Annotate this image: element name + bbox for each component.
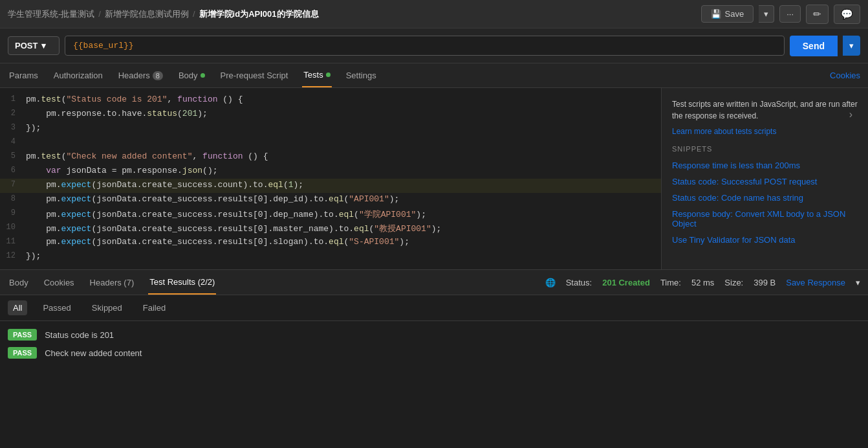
test-name-1: Status code is 201 [45, 330, 114, 340]
filter-tabs-bar: All Passed Skipped Failed [0, 295, 868, 321]
body-dot-icon [201, 73, 205, 78]
code-line-4: 4 [0, 136, 661, 150]
breadcrumb-part1: 学生管理系统-批量测试 [8, 8, 94, 20]
right-panel-collapse-icon[interactable]: › [849, 109, 852, 120]
tab-params[interactable]: Params [8, 63, 39, 87]
method-chevron-icon: ▾ [41, 41, 46, 50]
save-disk-icon: 💾 [711, 9, 721, 19]
right-panel-description: Test scripts are written in JavaScript, … [672, 98, 858, 122]
edit-icon-button[interactable]: ✏ [806, 5, 829, 24]
pass-badge-2: PASS [8, 347, 37, 359]
code-line-8: 8 pm.expect(jsonData.create_success.resu… [0, 193, 661, 207]
editor-panel-wrapper: 1 pm.test("Status code is 201", function… [0, 88, 868, 269]
code-line-2: 2 pm.response.to.have.status(201); [0, 107, 661, 122]
edit-icon: ✏ [813, 8, 821, 19]
bottom-tab-headers[interactable]: Headers (7) [89, 270, 136, 295]
code-line-10: 10 pm.expect(jsonData.create_success.res… [0, 221, 661, 236]
snippet-item-2[interactable]: Status code: Successful POST request [672, 177, 858, 186]
time-value: 52 ms [691, 278, 714, 287]
right-panel-learn-link[interactable]: Learn more about tests scripts [672, 126, 858, 137]
bottom-tabs-bar: Body Cookies Headers (7) Test Results (2… [0, 269, 868, 295]
time-label: Time: [660, 278, 681, 287]
bottom-right-info: 🌐 Status: 201 Created Time: 52 ms Size: … [545, 278, 860, 287]
breadcrumb-sep1: / [98, 9, 101, 19]
method-label: POST [15, 41, 38, 50]
size-value: 399 B [754, 278, 776, 287]
bottom-tab-test-results[interactable]: Test Results (2/2) [148, 270, 216, 295]
save-button[interactable]: 💾 Save [701, 5, 754, 23]
comment-icon: 💬 [841, 8, 853, 19]
bottom-tabs-left: Body Cookies Headers (7) Test Results (2… [8, 270, 216, 295]
save-dropdown-button[interactable]: ▾ [759, 5, 774, 23]
request-tabs-bar: Params Authorization Headers 8 Body Pre-… [0, 63, 868, 88]
save-response-dropdown-icon[interactable]: ▾ [856, 278, 860, 287]
tab-authorization[interactable]: Authorization [52, 63, 104, 87]
snippets-title: SNIPPETS [672, 145, 858, 153]
pass-badge-1: PASS [8, 329, 37, 341]
size-label: Size: [724, 278, 743, 287]
bottom-tab-body[interactable]: Body [8, 270, 30, 295]
right-panel: Test scripts are written in JavaScript, … [661, 88, 868, 269]
code-line-11: 11 pm.expect(jsonData.create_success.res… [0, 236, 661, 250]
code-line-9: 9 pm.expect(jsonData.create_success.resu… [0, 207, 661, 221]
cookies-link[interactable]: Cookies [830, 71, 860, 80]
tab-tests[interactable]: Tests [302, 63, 331, 87]
code-line-1: 1 pm.test("Status code is 201", function… [0, 93, 661, 107]
url-input[interactable] [65, 36, 785, 56]
test-results-list: PASS Status code is 201 PASS Check new a… [0, 321, 868, 366]
breadcrumb-sep2: / [193, 9, 195, 19]
status-value: 201 Created [602, 278, 650, 287]
tab-headers[interactable]: Headers 8 [117, 63, 164, 87]
snippet-item-3[interactable]: Status code: Code name has string [672, 193, 858, 203]
url-bar: POST ▾ Send ▾ [0, 28, 868, 63]
breadcrumb-part2: 新增学院信息测试用例 [105, 8, 189, 20]
code-line-5: 5 pm.test("Check new added content", fun… [0, 150, 661, 164]
breadcrumb-current: 新增学院id为API001的学院信息 [199, 8, 319, 20]
bottom-tab-cookies[interactable]: Cookies [43, 270, 76, 295]
filter-tab-failed[interactable]: Failed [138, 300, 171, 315]
filter-tab-skipped[interactable]: Skipped [87, 300, 127, 315]
test-name-2: Check new added content [45, 348, 142, 358]
headers-badge: 8 [153, 71, 163, 80]
code-editor[interactable]: 1 pm.test("Status code is 201", function… [0, 88, 661, 269]
tab-pre-request-script[interactable]: Pre-request Script [219, 63, 290, 87]
send-button[interactable]: Send [790, 36, 838, 56]
code-line-12: 12 }); [0, 250, 661, 264]
globe-icon: 🌐 [545, 278, 556, 287]
tab-settings[interactable]: Settings [345, 63, 378, 87]
top-actions: 💾 Save ▾ ··· ✏ 💬 [701, 5, 860, 24]
snippet-item-5[interactable]: Use Tiny Validator for JSON data [672, 235, 858, 245]
code-line-3: 3 }); [0, 122, 661, 136]
tests-dot-icon [326, 73, 331, 77]
more-button[interactable]: ··· [779, 5, 801, 23]
test-result-item-2: PASS Check new added content [8, 347, 860, 359]
right-panel-header: Test scripts are written in JavaScript, … [672, 98, 858, 122]
test-result-item-1: PASS Status code is 201 [8, 329, 860, 341]
status-label: Status: [566, 278, 592, 287]
send-dropdown-button[interactable]: ▾ [843, 36, 860, 56]
code-line-7: 7 pm.expect(jsonData.create_success.coun… [0, 179, 661, 193]
method-select[interactable]: POST ▾ [8, 36, 60, 55]
filter-tab-passed[interactable]: Passed [38, 300, 76, 315]
tabs-left: Params Authorization Headers 8 Body Pre-… [8, 63, 378, 87]
save-response-button[interactable]: Save Response [786, 278, 845, 287]
snippet-item-1[interactable]: Response time is less than 200ms [672, 161, 858, 170]
comment-icon-button[interactable]: 💬 [834, 5, 860, 24]
code-lines: 1 pm.test("Status code is 201", function… [0, 88, 661, 269]
filter-tab-all[interactable]: All [8, 300, 27, 315]
top-bar: 学生管理系统-批量测试 / 新增学院信息测试用例 / 新增学院id为API001… [0, 0, 868, 28]
code-line-6: 6 var jsonData = pm.response.json(); [0, 164, 661, 179]
snippet-item-4[interactable]: Response body: Convert XML body to a JSO… [672, 209, 858, 229]
breadcrumb: 学生管理系统-批量测试 / 新增学院信息测试用例 / 新增学院id为API001… [8, 8, 319, 20]
tab-body[interactable]: Body [177, 63, 206, 87]
